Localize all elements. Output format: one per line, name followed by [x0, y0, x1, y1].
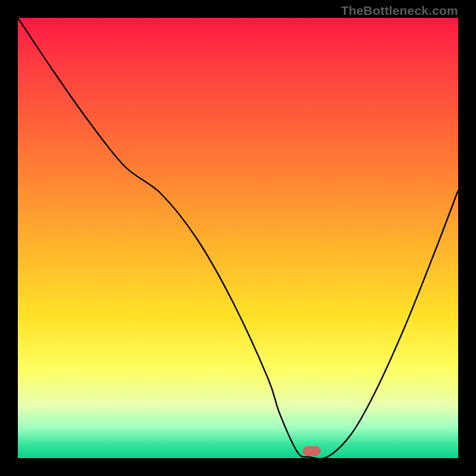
chart-frame: TheBottleneck.com [0, 0, 476, 476]
watermark-text: TheBottleneck.com [341, 4, 458, 18]
plot-area [18, 18, 458, 458]
bottleneck-curve [18, 18, 458, 458]
optimum-marker [303, 446, 321, 456]
